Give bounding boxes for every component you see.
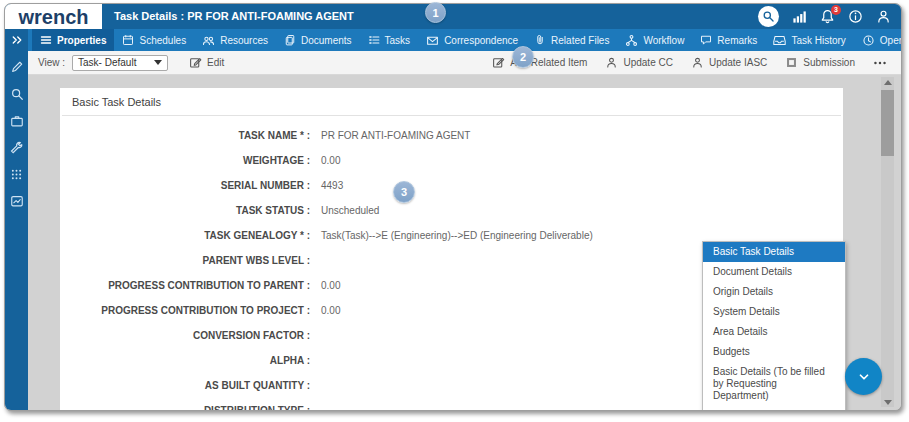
submission-box-icon (785, 56, 798, 69)
menu-item-basic-details-requesting[interactable]: Basic Details (To be filled by Requestin… (703, 362, 845, 406)
update-cc-button[interactable]: Update CC (605, 56, 672, 69)
view-select[interactable]: Task- Default (72, 55, 168, 71)
edit-tool-button[interactable] (10, 60, 24, 74)
header-bar: wrench Task Details : PR FOR ANTI-FOAMIN… (5, 4, 901, 29)
chevron-down-icon (154, 60, 162, 65)
menu-item-basic-task-details[interactable]: Basic Task Details (703, 242, 845, 262)
field-task-name: TASK NAME * :PR FOR ANTI-FOAMING AGENT (60, 123, 843, 148)
tab-task-history[interactable]: Task History (765, 29, 853, 51)
main-nav: Properties Schedules Resources Documents… (5, 29, 901, 51)
edit-square-icon (189, 56, 202, 69)
tab-documents[interactable]: Documents (276, 29, 360, 51)
panel-title: Basic Task Details (60, 88, 843, 115)
menu-item-area-details[interactable]: Area Details (703, 322, 845, 342)
submission-button[interactable]: Submission (785, 56, 855, 69)
menu-item-custom-details[interactable]: Custom Details (703, 406, 845, 411)
documents-icon (284, 34, 296, 46)
left-sidebar (5, 51, 28, 410)
history-clock-icon (862, 34, 875, 47)
task-list-icon (368, 34, 380, 46)
projects-tool-button[interactable] (10, 114, 24, 128)
scroll-sections-fab[interactable] (845, 358, 882, 395)
notifications-button[interactable]: 3 (820, 9, 835, 24)
menu-item-document-details[interactable]: Document Details (703, 262, 845, 282)
update-iasc-button[interactable]: Update IASC (691, 56, 767, 69)
annotation-step-1: 1 (425, 2, 446, 23)
add-related-item-button[interactable]: Add Related Item (492, 56, 587, 69)
search-button[interactable] (758, 6, 779, 27)
inbox-tray-icon (773, 34, 786, 47)
tab-operations-log[interactable]: Operations Log (854, 29, 902, 51)
annotation-step-2: 2 (512, 46, 534, 68)
tab-workflow[interactable]: Workflow (617, 29, 692, 51)
menu-item-system-details[interactable]: System Details (703, 302, 845, 322)
dashboard-button[interactable] (792, 9, 807, 24)
tab-remarks[interactable]: Remarks (692, 29, 765, 51)
field-task-status: TASK STATUS :Unscheduled (60, 198, 843, 223)
view-select-value: Task- Default (78, 57, 136, 68)
people-icon (202, 34, 215, 47)
toolbar-more-button[interactable] (873, 56, 887, 70)
brand-logo[interactable]: wrench (5, 4, 102, 29)
notification-badge: 3 (831, 5, 841, 15)
briefcase-icon (10, 114, 24, 128)
tab-properties[interactable]: Properties (32, 29, 114, 51)
view-label: View : (38, 57, 65, 68)
field-serial-number: SERIAL NUMBER :4493 (60, 173, 843, 198)
person-icon (605, 56, 618, 69)
search-tool-button[interactable] (10, 87, 24, 101)
info-button[interactable] (848, 9, 863, 24)
tools-button[interactable] (10, 141, 24, 155)
tab-tasks[interactable]: Tasks (360, 29, 419, 51)
sidebar-expand-button[interactable] (5, 29, 28, 51)
triangle-down-icon (884, 400, 892, 405)
calendar-icon (122, 34, 134, 46)
speech-bubble-icon (700, 34, 712, 46)
apps-grid-button[interactable] (10, 168, 23, 181)
tab-resources[interactable]: Resources (194, 29, 276, 51)
bar-chart-icon (792, 9, 807, 24)
grid-dots-icon (10, 168, 23, 181)
pencil-icon (10, 60, 24, 74)
reports-button[interactable] (10, 194, 24, 208)
section-menu: Basic Task Details Document Details Orig… (702, 241, 846, 411)
menu-item-budgets[interactable]: Budgets (703, 342, 845, 362)
properties-icon (40, 34, 52, 46)
add-item-icon (492, 56, 505, 69)
wrench-icon (10, 141, 24, 155)
paperclip-icon (534, 34, 546, 46)
brand-logo-text: wrench (18, 7, 88, 27)
scroll-down-button[interactable] (881, 397, 894, 407)
annotation-step-3: 3 (393, 181, 415, 203)
envelope-icon (426, 34, 439, 47)
tab-related-files[interactable]: Related Files (526, 29, 617, 51)
ellipsis-icon (873, 56, 887, 70)
search-icon (762, 10, 775, 23)
double-chevron-right-icon (11, 34, 23, 46)
page-title: Task Details : PR FOR ANTI-FOAMING AGENT (114, 4, 354, 29)
info-icon (848, 9, 863, 24)
search-icon (10, 87, 24, 101)
scrollbar-thumb[interactable] (881, 90, 894, 156)
workflow-icon (625, 34, 638, 47)
image-chart-icon (10, 194, 24, 208)
tab-correspondence[interactable]: Correspondence (418, 29, 526, 51)
vertical-scrollbar[interactable] (881, 77, 894, 407)
user-icon (876, 9, 891, 24)
scroll-up-button[interactable] (881, 77, 894, 87)
toolbar: View : Task- Default Edit Add Related It… (28, 51, 901, 75)
person-icon (691, 56, 704, 69)
edit-button[interactable]: Edit (189, 56, 224, 69)
chevron-down-icon (857, 370, 871, 384)
field-weightage: WEIGHTAGE :0.00 (60, 148, 843, 173)
user-menu-button[interactable] (876, 9, 891, 24)
menu-item-origin-details[interactable]: Origin Details (703, 282, 845, 302)
triangle-up-icon (884, 80, 892, 85)
tab-schedules[interactable]: Schedules (114, 29, 194, 51)
app-window: wrench Task Details : PR FOR ANTI-FOAMIN… (4, 3, 902, 411)
